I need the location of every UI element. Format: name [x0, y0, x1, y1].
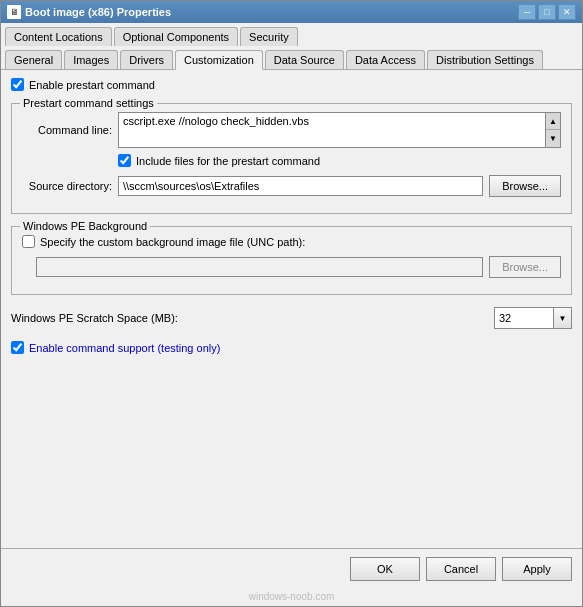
prestart-group-title: Prestart command settings — [20, 97, 157, 109]
tab-images[interactable]: Images — [64, 50, 118, 69]
specify-background-label: Specify the custom background image file… — [40, 236, 305, 248]
prestart-group: Prestart command settings Command line: … — [11, 103, 572, 214]
specify-background-row: Specify the custom background image file… — [22, 235, 561, 248]
pe-background-group: Windows PE Background Specify the custom… — [11, 226, 572, 295]
tab-data-source[interactable]: Data Source — [265, 50, 344, 69]
window-icon: 🖥 — [7, 5, 21, 19]
minimize-button[interactable]: ─ — [518, 4, 536, 20]
tab-row-1: Content Locations Optional Components Se… — [1, 23, 582, 46]
scratch-space-label: Windows PE Scratch Space (MB): — [11, 312, 178, 324]
include-files-checkbox[interactable] — [118, 154, 131, 167]
include-files-row: Include files for the prestart command — [118, 154, 561, 167]
tab-optional-components[interactable]: Optional Components — [114, 27, 238, 46]
command-area: ▲ ▼ — [118, 112, 561, 148]
maximize-button[interactable]: □ — [538, 4, 556, 20]
tab-data-access[interactable]: Data Access — [346, 50, 425, 69]
scratch-dropdown-arrow[interactable]: ▼ — [554, 307, 572, 329]
ok-button[interactable]: OK — [350, 557, 420, 581]
bg-browse-button: Browse... — [489, 256, 561, 278]
scratch-space-control: 32 64 128 256 512 ▼ — [494, 307, 572, 329]
title-bar-left: 🖥 Boot image (x86) Properties — [7, 5, 171, 19]
main-window: 🖥 Boot image (x86) Properties ─ □ ✕ Cont… — [0, 0, 583, 607]
tab-content-locations[interactable]: Content Locations — [5, 27, 112, 46]
scratch-space-row: Windows PE Scratch Space (MB): 32 64 128… — [11, 303, 572, 333]
scroll-up-button[interactable]: ▲ — [546, 113, 560, 130]
source-dir-input[interactable]: \\sccm\sources\os\Extrafiles — [118, 176, 483, 196]
specify-background-checkbox[interactable] — [22, 235, 35, 248]
tab-customization[interactable]: Customization — [175, 50, 263, 70]
watermark: windows-noob.com — [1, 589, 582, 606]
footer: OK Cancel Apply — [1, 548, 582, 589]
command-support-checkbox[interactable] — [11, 341, 24, 354]
title-controls: ─ □ ✕ — [518, 4, 576, 20]
command-line-label: Command line: — [22, 124, 112, 136]
source-dir-row: Source directory: \\sccm\sources\os\Extr… — [22, 175, 561, 197]
command-scrollbar: ▲ ▼ — [545, 112, 561, 148]
command-line-row: Command line: ▲ ▼ — [22, 112, 561, 148]
title-bar: 🖥 Boot image (x86) Properties ─ □ ✕ — [1, 1, 582, 23]
source-dir-label: Source directory: — [22, 180, 112, 192]
main-content: Enable prestart command Prestart command… — [1, 70, 582, 548]
scratch-space-select[interactable]: 32 64 128 256 512 — [494, 307, 554, 329]
tab-row-2: General Images Drivers Customization Dat… — [1, 46, 582, 70]
command-support-row: Enable command support (testing only) — [11, 341, 572, 354]
tab-security[interactable]: Security — [240, 27, 298, 46]
scroll-down-button[interactable]: ▼ — [546, 130, 560, 147]
pe-background-title: Windows PE Background — [20, 220, 150, 232]
close-button[interactable]: ✕ — [558, 4, 576, 20]
bg-path-input — [36, 257, 483, 277]
tab-general[interactable]: General — [5, 50, 62, 69]
enable-prestart-label: Enable prestart command — [29, 79, 155, 91]
cancel-button[interactable]: Cancel — [426, 557, 496, 581]
source-browse-button[interactable]: Browse... — [489, 175, 561, 197]
tab-distribution-settings[interactable]: Distribution Settings — [427, 50, 543, 69]
enable-prestart-row: Enable prestart command — [11, 78, 572, 91]
tab-drivers[interactable]: Drivers — [120, 50, 173, 69]
command-support-label: Enable command support (testing only) — [29, 342, 220, 354]
include-files-label: Include files for the prestart command — [136, 155, 320, 167]
apply-button[interactable]: Apply — [502, 557, 572, 581]
command-line-input[interactable] — [118, 112, 545, 148]
window-title: Boot image (x86) Properties — [25, 6, 171, 18]
bg-path-row: Browse... — [22, 256, 561, 278]
enable-prestart-checkbox[interactable] — [11, 78, 24, 91]
